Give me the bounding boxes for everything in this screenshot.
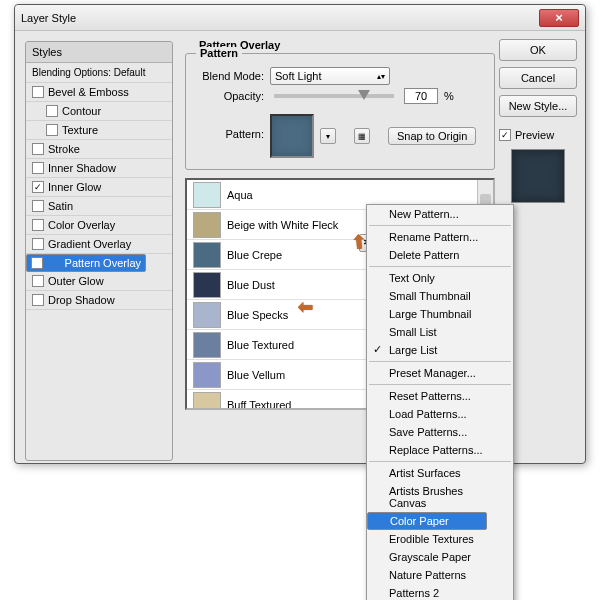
menu-item-text-only[interactable]: Text Only: [367, 269, 513, 287]
right-button-column: OK Cancel New Style... ✓ Preview: [499, 39, 577, 205]
opacity-label: Opacity:: [194, 90, 264, 102]
pattern-label: Pattern:: [194, 114, 264, 140]
dialog-title: Layer Style: [21, 12, 539, 24]
style-item-inner-glow[interactable]: ✓Inner Glow: [26, 178, 172, 197]
checkbox[interactable]: [32, 238, 44, 250]
pattern-thumb: [193, 212, 221, 238]
checkbox[interactable]: [32, 162, 44, 174]
pattern-thumb: [193, 242, 221, 268]
menu-item-new-pattern[interactable]: New Pattern...: [367, 205, 513, 223]
menu-item-save-patterns[interactable]: Save Patterns...: [367, 423, 513, 441]
blend-mode-label: Blend Mode:: [194, 70, 264, 82]
cancel-button[interactable]: Cancel: [499, 67, 577, 89]
checkbox[interactable]: ✓: [32, 181, 44, 193]
style-item-pattern-overlay[interactable]: ✓Pattern Overlay: [26, 254, 146, 272]
pattern-thumb: [193, 332, 221, 358]
style-item-outer-glow[interactable]: Outer Glow: [26, 272, 172, 291]
new-style-button[interactable]: New Style...: [499, 95, 577, 117]
style-item-bevel-emboss[interactable]: Bevel & Emboss: [26, 83, 172, 102]
preview-toggle[interactable]: ✓ Preview: [499, 129, 577, 141]
chevron-updown-icon: ▴▾: [377, 72, 385, 81]
menu-item-delete-pattern[interactable]: Delete Pattern: [367, 246, 513, 264]
pattern-swatch[interactable]: [270, 114, 314, 158]
menu-item-nature-patterns[interactable]: Nature Patterns: [367, 566, 513, 584]
menu-item-small-thumbnail[interactable]: Small Thumbnail: [367, 287, 513, 305]
opacity-value[interactable]: 70: [404, 88, 438, 104]
pattern-thumb: [193, 272, 221, 298]
styles-header[interactable]: Styles: [26, 42, 172, 63]
style-item-texture[interactable]: Texture: [26, 121, 172, 140]
check-icon: ✓: [373, 343, 382, 356]
style-item-color-overlay[interactable]: Color Overlay: [26, 216, 172, 235]
menu-item-grayscale-paper[interactable]: Grayscale Paper: [367, 548, 513, 566]
menu-item-patterns[interactable]: Patterns 2: [367, 584, 513, 600]
new-pattern-icon[interactable]: ▦: [354, 128, 370, 144]
snap-to-origin-button[interactable]: Snap to Origin: [388, 127, 476, 145]
menu-item-reset-patterns[interactable]: Reset Patterns...: [367, 387, 513, 405]
checkbox[interactable]: [46, 124, 58, 136]
menu-item-load-patterns[interactable]: Load Patterns...: [367, 405, 513, 423]
pattern-thumb: [193, 362, 221, 388]
menu-separator: [369, 266, 511, 267]
checkbox[interactable]: [46, 105, 58, 117]
style-item-drop-shadow[interactable]: Drop Shadow: [26, 291, 172, 310]
checkbox[interactable]: [32, 275, 44, 287]
checkbox[interactable]: [32, 143, 44, 155]
annotation-arrow-left-icon: ⬅: [298, 296, 313, 318]
close-button[interactable]: ×: [539, 9, 579, 27]
style-item-stroke[interactable]: Stroke: [26, 140, 172, 159]
menu-separator: [369, 461, 511, 462]
styles-panel: Styles Blending Options: Default Bevel &…: [25, 41, 173, 461]
section-title: Pattern Overlay: [199, 39, 495, 51]
menu-item-replace-patterns[interactable]: Replace Patterns...: [367, 441, 513, 459]
menu-item-artists-brushes-canvas[interactable]: Artists Brushes Canvas: [367, 482, 513, 512]
menu-item-large-thumbnail[interactable]: Large Thumbnail: [367, 305, 513, 323]
annotation-arrow-up-icon: ⬆: [350, 230, 367, 253]
pattern-thumb: [193, 182, 221, 208]
preview-checkbox[interactable]: ✓: [499, 129, 511, 141]
checkbox[interactable]: [32, 219, 44, 231]
menu-item-small-list[interactable]: Small List: [367, 323, 513, 341]
menu-item-preset-manager[interactable]: Preset Manager...: [367, 364, 513, 382]
pattern-picker-button[interactable]: ▾: [320, 128, 336, 144]
style-item-contour[interactable]: Contour: [26, 102, 172, 121]
style-item-satin[interactable]: Satin: [26, 197, 172, 216]
menu-separator: [369, 361, 511, 362]
pattern-thumb: [193, 302, 221, 328]
menu-item-erodible-textures[interactable]: Erodible Textures: [367, 530, 513, 548]
ok-button[interactable]: OK: [499, 39, 577, 61]
opacity-unit: %: [444, 90, 454, 102]
preview-swatch: [511, 149, 565, 203]
pattern-thumb: [193, 392, 221, 409]
menu-item-artist-surfaces[interactable]: Artist Surfaces: [367, 464, 513, 482]
style-item-gradient-overlay[interactable]: Gradient Overlay: [26, 235, 172, 254]
checkbox[interactable]: [32, 294, 44, 306]
group-label: Pattern: [196, 47, 242, 59]
blending-options[interactable]: Blending Options: Default: [26, 63, 172, 83]
menu-item-color-paper[interactable]: Color Paper: [367, 512, 487, 530]
menu-separator: [369, 225, 511, 226]
pattern-context-menu: New Pattern...Rename Pattern...Delete Pa…: [366, 204, 514, 600]
checkbox[interactable]: [32, 200, 44, 212]
titlebar[interactable]: Layer Style ×: [15, 5, 585, 31]
menu-item-large-list[interactable]: Large List✓: [367, 341, 513, 359]
style-item-inner-shadow[interactable]: Inner Shadow: [26, 159, 172, 178]
checkbox[interactable]: ✓: [31, 257, 43, 269]
opacity-slider[interactable]: [274, 94, 394, 98]
blend-mode-select[interactable]: Soft Light▴▾: [270, 67, 390, 85]
checkbox[interactable]: [32, 86, 44, 98]
menu-item-rename-pattern[interactable]: Rename Pattern...: [367, 228, 513, 246]
menu-separator: [369, 384, 511, 385]
